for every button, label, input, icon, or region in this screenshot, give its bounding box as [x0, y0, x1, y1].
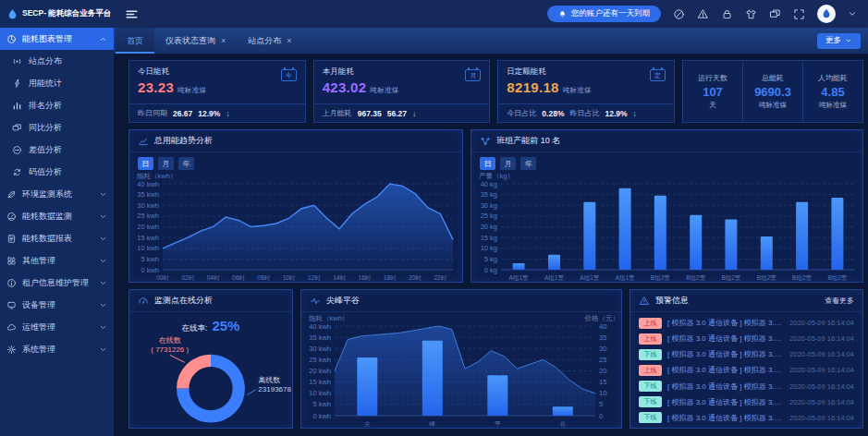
- teams-tab-年[interactable]: 年: [520, 157, 536, 170]
- windows-icon[interactable]: [769, 8, 781, 20]
- alert-row-6[interactable]: 下线[ 模拟器 3.0 通信设备 ] 模拟器 3.0...2020-05-09 …: [639, 412, 854, 423]
- chevron-down-icon[interactable]: [848, 9, 857, 18]
- pulse-icon: [310, 296, 321, 307]
- stat-footer: 今日占比0.28%昨日占比12.9%↓: [498, 103, 674, 122]
- tab-close-icon[interactable]: ×: [221, 36, 226, 45]
- svg-text:12时: 12时: [308, 274, 321, 281]
- stat-card-top: 今日能耗23.23吨标准煤今: [129, 61, 305, 103]
- flame-icon: [6, 8, 18, 20]
- alert-row-5[interactable]: 下线[ 模拟器 3.0 通信设备 ] 模拟器 3.0...2020-05-09 …: [639, 396, 854, 407]
- card-title: 尖峰平谷: [326, 295, 360, 307]
- svg-text:08时: 08时: [257, 274, 270, 281]
- svg-text:B组2室: B组2室: [651, 274, 670, 281]
- topbar-right: 您的账户还有一天到期: [547, 5, 857, 23]
- app-root: SECP- 能耗综合业务平台 能耗图表管理站点分布用能统计排名分析同比分析差值分…: [0, 0, 868, 436]
- summary-label: 人均能耗: [818, 73, 848, 83]
- sidebar-item-5[interactable]: 租户信息维护管理: [0, 272, 114, 294]
- sidebar-subitem-0-4[interactable]: 差值分析: [0, 139, 114, 161]
- device-icon: [6, 300, 17, 310]
- warning-icon: [639, 296, 650, 307]
- view-more-link[interactable]: 查看更多: [825, 296, 854, 306]
- svg-text:40: 40: [599, 322, 606, 331]
- alert-text: [ 模拟器 3.0 通信设备 ] 模拟器 3.0...: [667, 365, 784, 375]
- sidebar-subitem-0-5[interactable]: 码值分析: [0, 161, 114, 183]
- peak-valley-card: 尖峰平谷 0 kwh05 kwh510 kwh1015 kwh1520 kwh2…: [300, 289, 622, 429]
- lock-icon[interactable]: [721, 8, 733, 20]
- svg-text:10 kwh: 10 kwh: [137, 244, 159, 252]
- summary-unit: 吨标准煤: [819, 101, 847, 110]
- sidebar-subitem-0-3[interactable]: 同比分析: [0, 116, 114, 139]
- report-icon: [6, 234, 17, 244]
- sidebar-item-8[interactable]: 系统管理: [0, 338, 114, 360]
- sidebar-subitem-0-2[interactable]: 排名分析: [0, 94, 114, 116]
- sidebar-subitem-0-1[interactable]: 用能统计: [0, 72, 114, 94]
- sidebar-item-0[interactable]: 能耗图表管理: [0, 28, 114, 50]
- alert-row-1[interactable]: 上线[ 模拟器 3.0 通信设备 ] 模拟器 3.0...2020-05-09 …: [639, 333, 854, 345]
- alert-row-3[interactable]: 上线[ 模拟器 3.0 通信设备 ] 模拟器 3.0...2020-05-09 …: [639, 365, 854, 376]
- line-chart-icon: [138, 136, 149, 147]
- tab-1[interactable]: 仪表状态查询×: [154, 28, 237, 54]
- svg-text:B组2室: B组2室: [828, 274, 848, 281]
- svg-text:A组1室: A组1室: [581, 274, 600, 281]
- chevron-up-icon: [99, 35, 107, 43]
- sidebar-item-label: 环境监测系统: [22, 188, 72, 200]
- account-notice-pill[interactable]: 您的账户还有一天到期: [547, 6, 661, 22]
- trend-tab-月[interactable]: 月: [158, 157, 174, 170]
- hamburger-icon[interactable]: [125, 7, 139, 21]
- online-analysis-card: 监测点在线分析 在线率: 25% 在线数( 7731226 )离线数231936…: [128, 289, 293, 429]
- stat-footer-value: 0.28%: [542, 109, 564, 118]
- alert-row-2[interactable]: 下线[ 模拟器 3.0 通信设备 ] 模拟器 3.0...2020-05-09 …: [639, 349, 854, 360]
- svg-text:0 kwh: 0 kwh: [141, 266, 159, 274]
- tabbar: 首页仪表状态查询×站点分布× 更多: [114, 28, 868, 54]
- stat-footer-label: 昨日占比: [569, 108, 599, 118]
- alert-row-4[interactable]: 下线[ 模拟器 3.0 通信设备 ] 模拟器 3.0...2020-05-09 …: [639, 381, 854, 392]
- stat-footer-label: 今日占比: [507, 108, 536, 118]
- tab-close-icon[interactable]: ×: [287, 36, 291, 45]
- sidebar-subitem-0-0[interactable]: 站点分布: [0, 50, 114, 72]
- tab-2[interactable]: 站点分布×: [237, 28, 302, 54]
- svg-text:04时: 04时: [207, 274, 220, 281]
- card-title: 预警信息: [655, 295, 689, 307]
- svg-text:40 kwh: 40 kwh: [309, 322, 331, 331]
- status-badge: 下线: [639, 349, 662, 360]
- summary-value: 9690.3: [754, 85, 791, 99]
- summary-col-1: 总能耗9690.3吨标准煤: [742, 61, 802, 122]
- sidebar-item-1[interactable]: 环境监测系统: [0, 183, 114, 205]
- avatar[interactable]: [817, 5, 836, 23]
- monitor-icon: [6, 212, 17, 222]
- warning-icon[interactable]: [697, 8, 709, 20]
- stat-card-0: 今日能耗23.23吨标准煤今昨日同期26.6712.9%↓: [128, 60, 306, 123]
- sidebar-item-2[interactable]: 能耗数据监测: [0, 205, 114, 227]
- sidebar-item-7[interactable]: 运维管理: [0, 316, 114, 338]
- svg-text:15 kg: 15 kg: [481, 234, 497, 242]
- sidebar-item-3[interactable]: 能耗数据报表: [0, 227, 114, 249]
- summary-col-0: 运行天数107天: [683, 61, 742, 122]
- sidebar-item-4[interactable]: 其他管理: [0, 249, 114, 272]
- svg-text:15 kwh: 15 kwh: [137, 234, 159, 242]
- svg-text:15 kwh: 15 kwh: [309, 378, 331, 386]
- more-button[interactable]: 更多: [817, 33, 861, 49]
- status-badge: 下线: [639, 412, 662, 423]
- svg-text:A组1室: A组1室: [509, 274, 529, 281]
- svg-text:25 kwh: 25 kwh: [309, 356, 331, 364]
- tab-label: 首页: [127, 35, 143, 47]
- info-icon: [6, 278, 17, 288]
- summary-unit: 吨标准煤: [759, 101, 787, 110]
- alert-time: 2020-05-09 16:14:04: [789, 334, 854, 343]
- sidebar-item-label: 其他管理: [22, 255, 55, 267]
- svg-text:30: 30: [599, 345, 606, 353]
- tab-0[interactable]: 首页: [116, 28, 154, 54]
- trend-tab-日[interactable]: 日: [138, 157, 153, 170]
- teams-tab-月[interactable]: 月: [500, 157, 516, 170]
- skin-icon[interactable]: [745, 8, 757, 20]
- trend-tab-年[interactable]: 年: [178, 157, 194, 170]
- sidebar-item-6[interactable]: 设备管理: [0, 294, 114, 316]
- fullscreen-icon[interactable]: [793, 8, 805, 20]
- block-icon[interactable]: [673, 8, 685, 20]
- charts-row: 总用能趋势分析 日月年 0 kwh5 kwh10 kwh15 kwh20 kwh…: [128, 129, 863, 283]
- teams-tab-日[interactable]: 日: [480, 157, 495, 170]
- stat-value: 423.02吨标准煤: [323, 78, 482, 99]
- avatar-logo-icon: [821, 8, 832, 19]
- sidebar-item-label: 租户信息维护管理: [22, 277, 89, 289]
- alert-row-0[interactable]: 上线[ 模拟器 3.0 通信设备 ] 模拟器 3.0...2020-05-09 …: [639, 318, 854, 329]
